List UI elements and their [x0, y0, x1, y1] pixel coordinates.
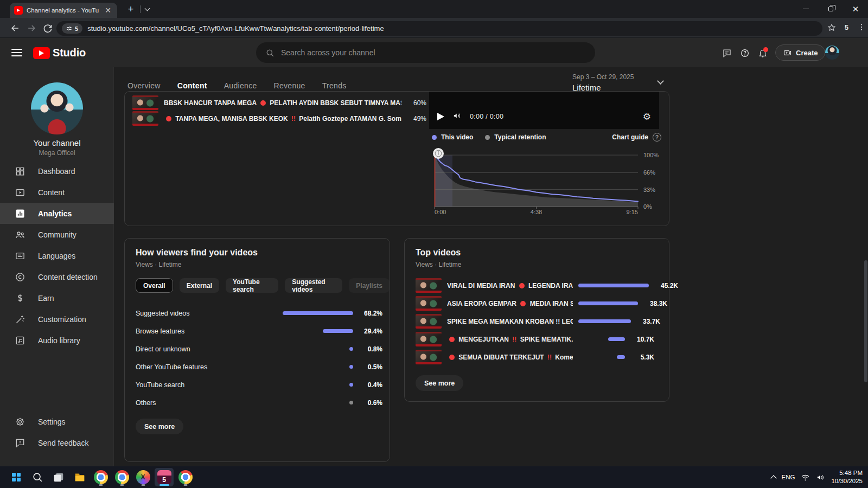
create-button[interactable]: Create [775, 44, 825, 61]
sidebar-item-analytics[interactable]: Analytics [0, 203, 114, 224]
traffic-value: 0.8% [359, 345, 382, 353]
sidebar-item-dashboard[interactable]: Dashboard [0, 160, 114, 182]
video-thumbnail [132, 111, 158, 126]
double-exclamation-emoji: !! [547, 354, 552, 361]
red-dot-emoji [449, 355, 455, 360]
minimize-button[interactable] [793, 0, 818, 18]
video-title: BBSK HANCUR TANPA MEGA PELATIH AYDIN BBS… [164, 99, 401, 107]
browser-menu-icon[interactable] [857, 23, 866, 33]
taskbar-search-button[interactable] [28, 468, 47, 486]
scrollbar-thumb[interactable] [864, 260, 867, 382]
top-video-row[interactable]: ASIA EROPA GEMPAR MEDIA IRAN S...38.3K [416, 294, 654, 312]
sidebar-item-community[interactable]: Community [0, 224, 114, 245]
svg-text:0:00: 0:00 [435, 209, 446, 215]
sidebar-item-audio-library[interactable]: Audio library [0, 330, 114, 351]
top-video-row[interactable]: VIRAL DI MEDIA IRAN LEGENDA IRA...45.2K [416, 277, 654, 294]
date-range-selector[interactable]: Sep 3 – Oct 29, 2025 Lifetime [572, 73, 634, 92]
taskbar-chrome-button[interactable] [91, 468, 110, 486]
new-tab-button[interactable]: + [124, 2, 138, 16]
chrome-profile-icon: 5 [157, 470, 171, 484]
youtube-logo-icon [33, 47, 50, 59]
browser-tab[interactable]: Channel analytics - YouTube Stu ✕ [10, 3, 117, 18]
sidebar-item-earn[interactable]: Earn [0, 287, 114, 309]
volume-icon[interactable] [452, 111, 462, 123]
site-info-pill[interactable]: 5 [62, 23, 82, 34]
taskbar-task-view-button[interactable] [49, 468, 68, 486]
retention-video-row[interactable]: BBSK HANCUR TANPA MEGA PELATIH AYDIN BBS… [132, 95, 426, 111]
sidebar-item-content-detection[interactable]: Content detection [0, 266, 114, 287]
see-more-button[interactable]: See more [416, 375, 463, 391]
tab-content[interactable]: Content [177, 81, 207, 90]
tab-title: Channel analytics - YouTube Stu [27, 7, 99, 14]
site-badge: 5 [75, 25, 78, 32]
feedback-icon[interactable] [722, 48, 732, 58]
tab-close-icon[interactable]: ✕ [103, 6, 113, 15]
sidebar-item-languages[interactable]: Languages [0, 245, 114, 266]
back-icon[interactable] [10, 23, 21, 34]
search-input[interactable] [281, 48, 586, 57]
task-view-icon [53, 471, 65, 483]
running-indicator [120, 484, 124, 486]
tab-search-chevron-icon[interactable] [145, 6, 150, 11]
wifi-icon[interactable] [801, 473, 810, 482]
media-app-icon: X [136, 470, 150, 484]
chip-overall[interactable]: Overall [136, 278, 173, 293]
sidebar-item-send-feedback[interactable]: Send feedback [0, 432, 114, 453]
taskbar-chrome-button[interactable] [176, 468, 195, 486]
running-indicator [183, 484, 187, 486]
sidebar-item-content[interactable]: Content [0, 182, 114, 203]
chevron-down-icon[interactable] [657, 78, 664, 85]
language-indicator[interactable]: ENG [782, 474, 795, 480]
top-video-row[interactable]: SPIKE MEGA MEMAKAN KROBAN !! LEG...33.7K [416, 312, 654, 330]
views-bar [578, 301, 638, 305]
video-title: VIRAL DI MEDIA IRAN LEGENDA IRA... [447, 282, 573, 290]
taskbar-start-button[interactable] [7, 468, 25, 486]
forward-icon[interactable] [26, 23, 37, 34]
bookmark-star-icon[interactable] [827, 23, 837, 33]
restore-button[interactable] [818, 0, 843, 18]
sidebar-item-settings[interactable]: Settings [0, 411, 114, 432]
views-bar-zone [578, 284, 649, 287]
taskbar-chrome-button[interactable] [112, 468, 131, 486]
taskbar-search-icon [31, 471, 43, 483]
windows-taskbar: X5 ENG 5:48 PM 10/30/2025 [0, 466, 868, 488]
video-title: SPIKE MEGA MEMAKAN KROBAN !! LEG... [447, 318, 573, 325]
player-settings-icon[interactable]: ⚙ [643, 111, 651, 122]
speaker-icon[interactable] [816, 473, 825, 482]
studio-logo[interactable]: Studio [33, 47, 86, 59]
taskbar-file-explorer-button[interactable] [70, 468, 89, 486]
traffic-source-label: Browse features [136, 328, 277, 335]
close-button[interactable]: ✕ [843, 0, 868, 18]
tab-audience[interactable]: Audience [224, 81, 257, 90]
traffic-dot [349, 401, 353, 404]
tab-overview[interactable]: Overview [127, 81, 161, 90]
help-icon[interactable]: ? [653, 133, 661, 142]
help-icon[interactable] [740, 48, 750, 58]
chip-youtube-search[interactable]: YouTube search [226, 278, 278, 293]
play-icon[interactable] [437, 113, 444, 120]
see-more-button[interactable]: See more [136, 419, 183, 434]
account-avatar[interactable] [825, 46, 839, 60]
hamburger-menu-icon[interactable] [11, 49, 22, 56]
channel-search-bar[interactable] [256, 42, 595, 63]
window-controls: ✕ [793, 0, 868, 18]
tab-trends[interactable]: Trends [322, 81, 347, 90]
content-detection-icon [15, 272, 25, 282]
chip-external[interactable]: External [180, 278, 219, 293]
chart-guide[interactable]: Chart guide? [612, 133, 661, 142]
hidden-icons-chevron-icon[interactable] [770, 475, 776, 481]
sidebar-item-customization[interactable]: Customization [0, 309, 114, 330]
retention-video-row[interactable]: TANPA MEGA, MANISA BBSK KEOK !! Pelatih … [132, 111, 426, 126]
chip-suggested-videos[interactable]: Suggested videos [285, 278, 342, 293]
taskbar-media-app-button[interactable]: X [133, 468, 152, 486]
clock[interactable]: 5:48 PM 10/30/2025 [831, 469, 863, 485]
video-thumbnail [416, 314, 442, 329]
channel-avatar[interactable] [31, 82, 83, 134]
reload-icon[interactable] [42, 23, 53, 34]
taskbar-chrome-profile-button[interactable]: 5 [155, 468, 174, 486]
url-bar[interactable]: 5 studio.youtube.com/channel/UCo5_cTAyf0… [56, 21, 822, 36]
top-video-row[interactable]: MENGEJUTKAN !! SPIKE MEMATIK...10.7K [416, 330, 654, 348]
top-video-row[interactable]: SEMUA DIBUAT TERKEJUT !! Koment...5.3K [416, 348, 654, 366]
tab-revenue[interactable]: Revenue [274, 81, 305, 90]
red-dot-emoji [449, 337, 455, 342]
